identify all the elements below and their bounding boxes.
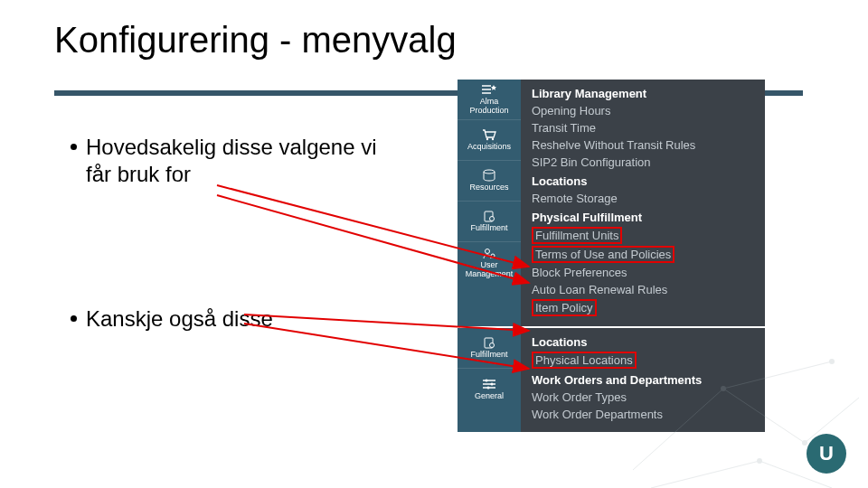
menu-block-1: AlmaProduction Acquisitions Resources Fu… [458, 80, 765, 326]
menu-item-fulfillment-units[interactable]: Fulfillment Units [532, 227, 622, 244]
svg-point-23 [802, 440, 807, 446]
svg-line-18 [723, 361, 832, 389]
menu-panel-1: Library Management Opening Hours Transit… [521, 80, 765, 326]
svg-line-17 [723, 389, 805, 443]
svg-point-5 [486, 249, 490, 253]
cart-icon [481, 128, 497, 141]
svg-point-10 [491, 382, 494, 385]
sliders-star-icon [481, 83, 497, 96]
menu-item-sip2[interactable]: SIP2 Bin Configuration [532, 154, 754, 171]
menu-item-terms-of-use[interactable]: Terms of Use and Policies [532, 246, 675, 263]
menu-item-transit-time[interactable]: Transit Time [532, 119, 754, 136]
user-gear-icon [481, 247, 497, 259]
sliders-icon [481, 378, 497, 390]
logo-badge: U [807, 434, 846, 474]
sidebar-item-acquisitions[interactable]: Acquisitions [458, 120, 521, 161]
page-title: Konfigurering - menyvalg [54, 20, 457, 61]
svg-point-6 [491, 254, 495, 258]
bullet-2-text: Kanskje også disse [86, 306, 273, 331]
menu-item-block-preferences[interactable]: Block Preferences [532, 264, 754, 281]
bullet-2: Kanskje også disse [71, 305, 273, 333]
bullet-1: Hovedsakelig disse valgene vi får bruk f… [71, 134, 377, 188]
menu-item-auto-loan-renewal[interactable]: Auto Loan Renewal Rules [532, 281, 754, 298]
svg-point-22 [721, 386, 726, 391]
sidebar-item-fulfillment[interactable]: Fulfillment [458, 202, 521, 242]
svg-point-0 [486, 138, 488, 140]
bullet-dot-icon [71, 144, 77, 150]
svg-point-1 [492, 138, 494, 140]
sidebar-item-resources[interactable]: Resources [458, 161, 521, 202]
menu-item-remote-storage[interactable]: Remote Storage [532, 190, 754, 207]
menu-item-item-policy[interactable]: Item Policy [532, 299, 597, 316]
logo-letter: U [819, 442, 834, 465]
sidebar-icons: AlmaProduction Acquisitions Resources Fu… [458, 80, 521, 326]
svg-point-4 [490, 217, 495, 221]
menu-heading-physical-fulfillment: Physical Fulfillment [532, 211, 754, 224]
svg-point-9 [486, 379, 488, 381]
clipboard-gear-icon [481, 210, 497, 222]
svg-point-25 [757, 458, 762, 464]
bullet-dot-icon [71, 315, 77, 322]
svg-point-8 [490, 343, 495, 348]
svg-point-2 [484, 170, 495, 174]
svg-line-16 [633, 389, 723, 470]
database-icon [481, 169, 497, 182]
menu-heading-locations: Locations [532, 174, 754, 188]
clipboard-gear-icon [481, 336, 497, 349]
bullet-1-line2: får bruk for [71, 161, 377, 188]
svg-line-20 [651, 461, 760, 488]
sidebar-item-user-management[interactable]: UserManagement [458, 242, 521, 283]
sidebar-item-alma[interactable]: AlmaProduction [458, 80, 521, 120]
bullet-1-line1: Hovedsakelig disse valgene vi [86, 135, 377, 159]
sidebar-icons-2: Fulfillment General [458, 328, 521, 432]
sidebar-item-fulfillment-2[interactable]: Fulfillment [458, 328, 521, 369]
menu-item-reshelve[interactable]: Reshelve Without Transit Rules [532, 136, 754, 154]
svg-point-11 [487, 386, 490, 389]
menu-item-opening-hours[interactable]: Opening Hours [532, 102, 754, 119]
svg-point-24 [829, 359, 835, 364]
menu-heading-library-management: Library Management [532, 87, 754, 100]
sidebar-item-general[interactable]: General [458, 369, 521, 409]
